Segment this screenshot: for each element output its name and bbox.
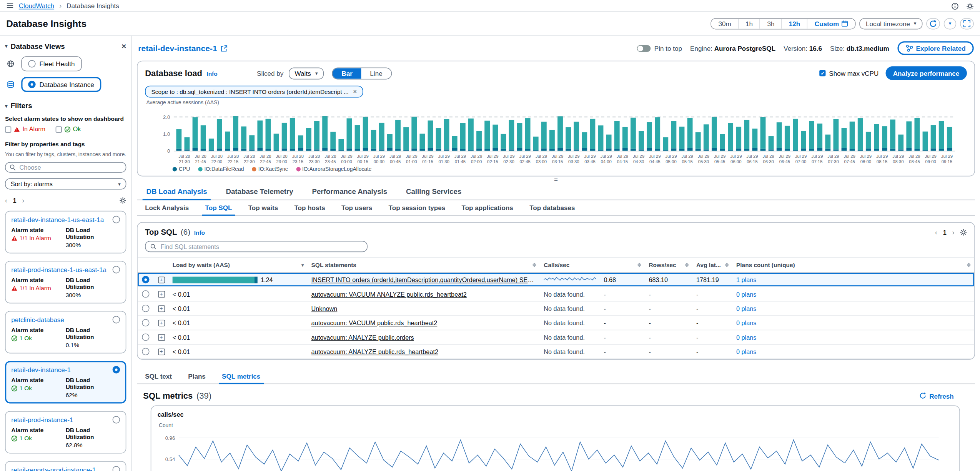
sort-icon[interactable] (637, 263, 641, 267)
hamburger-menu-icon[interactable] (6, 3, 14, 9)
sql-table-row[interactable]: +< 0.01UnknownNo data found.---0 plans (138, 302, 975, 316)
sort-icon[interactable] (725, 263, 729, 267)
tab-calling-services[interactable]: Calling Services (397, 183, 471, 199)
row-select-radio[interactable] (142, 348, 150, 356)
expand-row-icon[interactable]: + (158, 276, 165, 283)
alarm-filter-ok[interactable]: Ok (55, 126, 81, 133)
checkbox-icon[interactable] (55, 126, 62, 132)
refresh-options-button[interactable]: ▾ (944, 18, 957, 29)
column-header-avg-latency[interactable]: Avg lat... (692, 258, 732, 272)
instance-radio[interactable] (113, 316, 120, 324)
chart-mode-line-button[interactable]: Line (361, 68, 391, 78)
row-select-radio[interactable] (142, 276, 150, 284)
sql-statement-link[interactable]: INSERT INTO orders (orderId,itemDescript… (311, 276, 536, 283)
tab-db-load-analysis[interactable]: DB Load Analysis (137, 183, 216, 199)
sql-table-row[interactable]: +< 0.01autovacuum: ANALYZE public.orders… (138, 330, 975, 344)
scope-filter-chip[interactable]: Scope to : db.sql_tokenized : INSERT INT… (145, 86, 363, 98)
view-tile-fleet-health[interactable]: Fleet Health (21, 56, 82, 71)
properties-filter-search[interactable] (5, 162, 126, 173)
time-range-30m-button[interactable]: 30m (712, 18, 739, 28)
analyze-performance-button[interactable]: Analyze performance (885, 66, 967, 80)
filter-caret-icon[interactable]: ▾ (301, 262, 304, 267)
column-header-rows[interactable]: Rows/sec (645, 258, 693, 272)
list-preferences-gear-icon[interactable] (119, 197, 126, 204)
tab-database-telemetry[interactable]: Database Telemetry (216, 183, 303, 199)
sql-table-row[interactable]: +< 0.01autovacuum: VACUUM public.rds_hea… (138, 316, 975, 330)
plans-count-link[interactable]: 0 plans (736, 319, 756, 326)
instance-radio[interactable] (113, 416, 120, 424)
remove-filter-icon[interactable]: × (353, 88, 357, 95)
settings-gear-icon[interactable] (966, 0, 974, 11)
table-preferences-gear-icon[interactable] (960, 228, 967, 236)
timezone-select[interactable]: Local timezone ▾ (860, 18, 923, 29)
next-page-icon[interactable]: › (952, 228, 954, 236)
instance-name-link[interactable]: retail-dev-instance-1 (11, 366, 71, 374)
legend-item-io-datafileread[interactable]: IO:DataFileRead (198, 166, 244, 172)
refresh-metrics-link[interactable]: Refresh (919, 392, 954, 399)
legend-item-io-xactsync[interactable]: IO:XactSync (252, 166, 288, 172)
properties-filter-input[interactable] (19, 164, 121, 171)
instance-card-retail-prod-instance-1[interactable]: retail-prod-instance-1Alarm state1 OkDB … (5, 411, 126, 454)
legend-item-io-aurorastoragelogallocate[interactable]: IO:AuroraStorageLogAllocate (296, 166, 372, 172)
show-max-vcpu-checkbox[interactable]: Show max vCPU (820, 69, 879, 77)
subtab-top-applications[interactable]: Top applications (453, 200, 521, 215)
column-header-calls[interactable]: Calls/sec (540, 258, 645, 272)
sliced-by-select[interactable]: Waits ▾ (288, 67, 324, 79)
subtab-lock-analysis[interactable]: Lock Analysis (137, 200, 197, 215)
detail-tab-sql-metrics[interactable]: SQL metrics (214, 369, 269, 384)
detail-tab-plans[interactable]: Plans (180, 369, 214, 384)
time-range-3h-button[interactable]: 3h (760, 18, 782, 28)
sql-statement-link[interactable]: autovacuum: ANALYZE public.orders (311, 334, 414, 341)
next-page-icon[interactable]: › (22, 196, 24, 204)
plans-count-link[interactable]: 1 plans (736, 276, 756, 283)
column-header-load[interactable]: Load by waits (AAS) ▾ (169, 258, 308, 272)
sort-icon[interactable] (967, 263, 971, 267)
row-select-radio[interactable] (142, 290, 150, 298)
row-select-radio[interactable] (142, 305, 150, 312)
subtab-top-waits[interactable]: Top waits (240, 200, 286, 215)
sql-statement-link[interactable]: autovacuum: ANALYZE public.rds_heartbeat… (311, 348, 438, 355)
instance-card-retail-dev-instance-1[interactable]: retail-dev-instance-1Alarm state1 OkDB L… (5, 361, 126, 404)
sql-statement-link[interactable]: autovacuum: VACUUM ANALYZE public.rds_he… (311, 291, 467, 297)
instance-name-link[interactable]: retail-dev-instance-1-us-east-1a (11, 216, 104, 224)
plans-count-link[interactable]: 0 plans (736, 334, 756, 341)
sql-statement-link[interactable]: autovacuum: VACUUM public.rds_heartbeat2 (311, 319, 438, 326)
sql-statement-link[interactable]: Unknown (311, 305, 338, 312)
top-sql-info-link[interactable]: Info (194, 229, 205, 236)
instance-card-retail-reports-prod-instance-1[interactable]: retail-reports-prod-instance-1Alarm stat… (5, 461, 126, 471)
time-range-1h-button[interactable]: 1h (739, 18, 760, 28)
instance-radio[interactable] (113, 366, 120, 374)
expand-row-icon[interactable]: + (158, 319, 165, 326)
explore-related-button[interactable]: Explore Related (897, 41, 974, 55)
current-page[interactable]: 1 (13, 197, 17, 204)
pin-to-top-toggle[interactable]: Pin to top (637, 44, 682, 52)
column-header-plans[interactable]: Plans count (unique) (732, 258, 974, 272)
sort-icon[interactable] (685, 263, 689, 267)
sql-search-box[interactable] (145, 241, 368, 252)
current-page[interactable]: 1 (943, 229, 947, 236)
row-select-radio[interactable] (142, 319, 150, 327)
database-icon[interactable] (5, 81, 16, 89)
expand-row-icon[interactable]: + (158, 348, 165, 355)
time-range-12h-button[interactable]: 12h (782, 18, 808, 28)
instance-card-petclinic-database[interactable]: petclinic-databaseAlarm state1 OkDB Load… (5, 311, 126, 354)
plans-count-link[interactable]: 0 plans (736, 305, 756, 312)
sql-search-input[interactable] (161, 243, 362, 250)
subtab-top-users[interactable]: Top users (333, 200, 381, 215)
tab-performance-analysis[interactable]: Performance Analysis (303, 183, 396, 199)
subtab-top-databases[interactable]: Top databases (521, 200, 583, 215)
instance-name-link[interactable]: retail-prod-instance-1 (11, 416, 73, 424)
refresh-button[interactable] (926, 18, 940, 29)
breadcrumb-cloudwatch[interactable]: CloudWatch (19, 2, 54, 10)
sql-table-row[interactable]: +1.24INSERT INTO orders (orderId,itemDes… (138, 273, 975, 287)
expand-row-icon[interactable]: + (158, 291, 165, 297)
legend-item-cpu[interactable]: CPU (173, 166, 190, 172)
collapse-caret-icon[interactable]: ▾ (5, 43, 8, 49)
plans-count-link[interactable]: 0 plans (736, 291, 756, 297)
instance-card-retail-dev-instance-1-us-east-1a[interactable]: retail-dev-instance-1-us-east-1aAlarm st… (5, 211, 126, 254)
instance-radio[interactable] (113, 266, 120, 274)
fleet-icon[interactable] (5, 60, 16, 68)
prev-page-icon[interactable]: ‹ (935, 228, 937, 236)
prev-page-icon[interactable]: ‹ (5, 196, 7, 204)
fullscreen-button[interactable] (960, 18, 974, 29)
